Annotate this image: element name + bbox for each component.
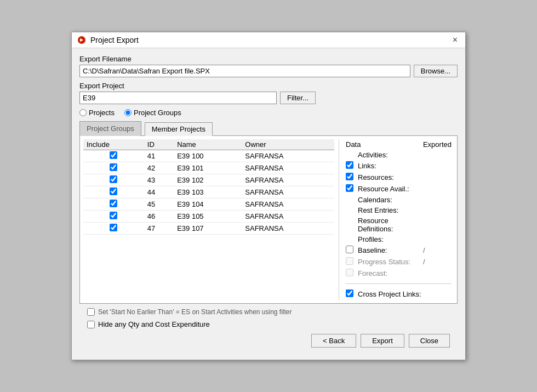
data-label-cell: Resources: <box>356 172 421 183</box>
data-exported-cell <box>421 215 454 234</box>
data-cb-cell <box>344 183 356 195</box>
radio-project-groups[interactable] <box>124 109 132 116</box>
row-owner-cell: SAFRANSA <box>242 211 334 223</box>
right-panel: Data Exported Activities: Links: Resourc… <box>339 139 454 300</box>
data-cb-cell <box>344 234 356 245</box>
tab-project-groups-label: Project Groups <box>87 124 134 133</box>
data-exported-cell <box>421 205 454 215</box>
export-filename-label: Export Filename <box>79 55 458 63</box>
data-row: Calendars: <box>344 195 454 205</box>
data-exported-cell <box>421 172 454 183</box>
row-id-cell: 47 <box>144 223 174 235</box>
row-include-cell <box>83 174 144 186</box>
row-name-cell: E39 101 <box>174 162 242 174</box>
data-cb-cell <box>344 215 356 234</box>
table-row: 42 E39 101 SAFRANSA <box>83 162 334 174</box>
data-item-checkbox[interactable] <box>346 184 353 192</box>
row-id-cell: 45 <box>144 198 174 211</box>
row-name-cell: E39 107 <box>174 223 242 235</box>
close-title-button[interactable]: × <box>450 36 460 44</box>
export-button[interactable]: Export <box>361 334 404 348</box>
data-row: Links: <box>344 160 454 172</box>
tab-member-projects[interactable]: Member Projects <box>145 122 213 136</box>
data-row: Forecast: <box>344 268 454 279</box>
row-include-cell <box>83 162 144 174</box>
radio-group: Projects Project Groups <box>79 109 458 117</box>
row-include-checkbox[interactable] <box>110 175 117 183</box>
radio-project-groups-label[interactable]: Project Groups <box>124 109 181 117</box>
cross-project-checkbox[interactable] <box>346 289 353 297</box>
data-label-cell: Rest Entries: <box>356 205 421 215</box>
title-bar: Project Export × <box>72 32 465 48</box>
export-filename-row: Browse... <box>79 65 458 77</box>
hide-expenditure-row: Hide any Qty and Cost Expenditure <box>87 320 450 328</box>
data-row: Resource Definitions: <box>344 215 454 234</box>
row-id-cell: 46 <box>144 211 174 223</box>
data-cb-cell <box>344 268 356 279</box>
filter-button[interactable]: Filter... <box>280 92 316 104</box>
hide-expenditure-label: Hide any Qty and Cost Expenditure <box>98 320 210 328</box>
row-include-cell <box>83 198 144 211</box>
data-item-checkbox[interactable] <box>346 161 353 169</box>
table-row: 47 E39 107 SAFRANSA <box>83 223 334 235</box>
row-owner-cell: SAFRANSA <box>242 150 334 162</box>
app-icon <box>77 36 86 44</box>
data-item-checkbox <box>346 269 353 276</box>
tabs-row: Project Groups Member Projects <box>79 121 458 136</box>
data-exported-cell <box>421 160 454 172</box>
table-row: 44 E39 103 SAFRANSA <box>83 186 334 198</box>
table-row: 43 E39 102 SAFRANSA <box>83 174 334 186</box>
data-cb-cell <box>344 205 356 215</box>
data-row: Resources: <box>344 172 454 183</box>
row-include-checkbox[interactable] <box>110 151 117 159</box>
row-name-cell: E39 104 <box>174 198 242 211</box>
filter-note-checkbox[interactable] <box>87 308 95 316</box>
table-row: 45 E39 104 SAFRANSA <box>83 198 334 211</box>
data-exported-cell <box>421 183 454 195</box>
radio-projects[interactable] <box>79 109 87 116</box>
data-item-checkbox[interactable] <box>346 246 353 253</box>
data-exported-cell: / <box>421 256 454 268</box>
cross-project-row: Cross Project Links: <box>344 288 454 300</box>
left-panel: Include ID Name Owner 41 E39 100 SAFRANS… <box>83 139 334 300</box>
data-exported-cell <box>421 150 454 160</box>
row-include-checkbox[interactable] <box>110 212 117 219</box>
back-button[interactable]: < Back <box>311 334 356 348</box>
radio-project-groups-text: Project Groups <box>134 109 181 117</box>
data-label-cell: Forecast: <box>356 268 421 279</box>
row-owner-cell: SAFRANSA <box>242 162 334 174</box>
radio-projects-text: Projects <box>89 109 115 117</box>
cross-cb-cell <box>344 288 356 300</box>
action-buttons: < Back Export Close <box>87 334 450 353</box>
data-exported-cell: / <box>421 245 454 256</box>
data-row: Progress Status: / <box>344 256 454 268</box>
row-include-checkbox[interactable] <box>110 163 117 171</box>
row-include-cell <box>83 223 144 235</box>
data-item-checkbox[interactable] <box>346 173 353 180</box>
data-row: Baseline: / <box>344 245 454 256</box>
col-include: Include <box>83 139 144 150</box>
data-cb-cell <box>344 195 356 205</box>
row-owner-cell: SAFRANSA <box>242 223 334 235</box>
export-project-input[interactable] <box>79 92 277 104</box>
hide-expenditure-checkbox[interactable] <box>87 321 95 328</box>
row-include-cell <box>83 150 144 162</box>
row-include-checkbox[interactable] <box>110 224 117 231</box>
data-label-cell: Resource Avail.: <box>356 183 421 195</box>
close-button[interactable]: Close <box>409 334 450 348</box>
data-row: Activities: <box>344 150 454 160</box>
row-id-cell: 44 <box>144 186 174 198</box>
export-filename-input[interactable] <box>79 65 410 77</box>
row-name-cell: E39 103 <box>174 186 242 198</box>
col-id: ID <box>144 139 174 150</box>
tab-project-groups[interactable]: Project Groups <box>79 121 141 136</box>
row-owner-cell: SAFRANSA <box>242 186 334 198</box>
radio-projects-label[interactable]: Projects <box>79 109 115 117</box>
data-label-cell: Activities: <box>356 150 421 160</box>
data-label-cell: Links: <box>356 160 421 172</box>
browse-button[interactable]: Browse... <box>414 65 458 77</box>
bottom-section: Set 'Start No Earlier Than' = ES on Star… <box>79 304 458 353</box>
row-include-checkbox[interactable] <box>110 188 117 195</box>
row-include-checkbox[interactable] <box>110 200 117 207</box>
data-row: Resource Avail.: <box>344 183 454 195</box>
